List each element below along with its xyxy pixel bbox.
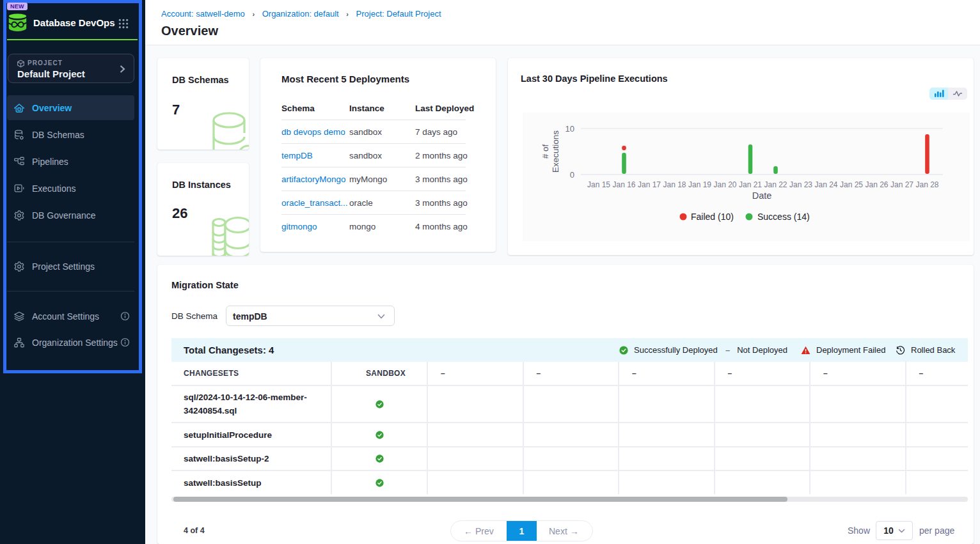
svg-text:0: 0 [570,170,574,180]
svg-text:Jan 20: Jan 20 [713,180,736,189]
svg-text:Jan 15: Jan 15 [587,180,610,189]
svg-text:Jan 28: Jan 28 [915,180,938,189]
svg-text:Jan 23: Jan 23 [789,180,812,189]
svg-text:Jan 21: Jan 21 [739,180,762,189]
svg-text:Jan 27: Jan 27 [890,180,913,189]
svg-text:Jan 24: Jan 24 [814,180,837,189]
svg-text:Jan 26: Jan 26 [865,180,888,189]
svg-text:Jan 22: Jan 22 [764,180,787,189]
svg-text:10: 10 [565,124,574,134]
svg-text:Success (14): Success (14) [757,212,810,222]
svg-text:Date: Date [752,190,772,201]
svg-text:Jan 18: Jan 18 [663,180,686,189]
svg-text:Jan 16: Jan 16 [612,180,635,189]
svg-text:Failed (10): Failed (10) [691,212,734,222]
svg-text:Jan 17: Jan 17 [638,180,661,189]
svg-text:Jan 19: Jan 19 [688,180,711,189]
svg-text:Jan 25: Jan 25 [840,180,863,189]
